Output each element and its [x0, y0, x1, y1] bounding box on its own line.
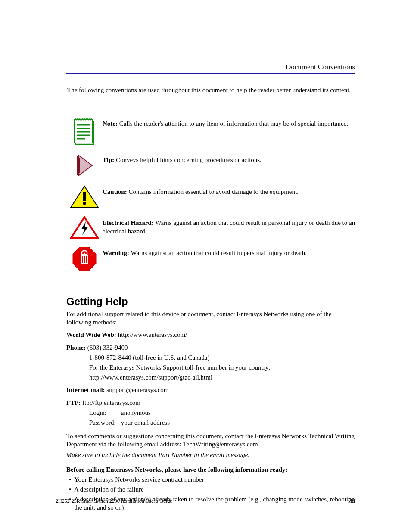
warning-label: Warning: — [103, 249, 131, 256]
phone-label: Phone: — [66, 344, 86, 351]
login-value: anonymous — [121, 409, 151, 416]
note-text: Note: Calls the reader's attention to an… — [103, 117, 356, 128]
hazard-label: Electrical Hazard: — [103, 219, 155, 226]
ftp-value: ftp://ftp.enterasys.com — [82, 399, 140, 406]
note-desc: Calls the reader's attention to any item… — [119, 120, 348, 127]
before-calling-intro: Before calling Enterasys Networks, pleas… — [66, 466, 288, 473]
hazard-icon — [66, 216, 103, 239]
rma-note: Make sure to include the document Part N… — [66, 451, 355, 459]
phone-note-url: http://www.enterasys.com/support/gtac-al… — [89, 373, 355, 382]
caution-icon — [66, 185, 103, 208]
tip-icon — [66, 153, 103, 177]
support-intro: For additional support related to this d… — [66, 310, 355, 327]
svg-point-11 — [83, 202, 86, 205]
conventions-list: Note: Calls the reader's attention to an… — [66, 117, 356, 279]
tip-label: Tip: — [103, 156, 116, 163]
intro-paragraph: The following conventions are used throu… — [67, 86, 355, 94]
warning-desc: Warns against an action that could resul… — [131, 249, 307, 256]
tip-text: Tip: Conveys helpful hints concerning pr… — [103, 153, 356, 165]
warning-icon — [66, 246, 103, 271]
ip-value: support@enterasys.com — [106, 386, 168, 393]
login-label: Login: — [89, 409, 119, 417]
bc-item-0: Your Enterasys Networks service contract… — [74, 476, 204, 483]
note-icon — [66, 117, 103, 146]
header-divider — [66, 73, 355, 74]
footer-page-number: xiii — [348, 498, 355, 504]
www-value: http://www.enterasys.com/ — [118, 331, 187, 338]
page: Document Conventions The following conve… — [0, 0, 411, 532]
header-running-title: Document Conventions — [286, 63, 355, 72]
svg-marker-7 — [78, 155, 92, 176]
convention-row-note: Note: Calls the reader's attention to an… — [66, 117, 356, 146]
phone-value1: (603) 332-9400 — [87, 344, 128, 351]
getting-help-body: For additional support related to this d… — [66, 310, 355, 514]
note-label: Note: — [103, 120, 119, 127]
caution-label: Caution: — [103, 188, 128, 195]
pwd-value: your email address — [121, 419, 170, 426]
caution-text: Caution: Contains information essential … — [103, 185, 356, 196]
convention-row-hazard: Electrical Hazard: Warns against an acti… — [66, 216, 356, 239]
warning-text: Warning: Warns against an action that co… — [103, 246, 356, 258]
svg-rect-10 — [83, 192, 86, 201]
www-label: World Wide Web: — [66, 331, 116, 338]
rma-line: To send comments or suggestions concerni… — [66, 432, 355, 448]
convention-row-caution: Caution: Contains information essential … — [66, 185, 356, 208]
tip-desc: Conveys helpful hints concerning procedu… — [116, 156, 262, 163]
ip-label: Internet mail: — [66, 386, 105, 393]
pwd-label: Password: — [89, 419, 119, 427]
ftp-label: FTP: — [66, 399, 81, 406]
svg-marker-8 — [77, 155, 80, 176]
footer-left: 2H252-25R SmartSwitch 2200 Installation … — [56, 498, 172, 504]
getting-help-heading: Getting Help — [66, 296, 128, 308]
phone-value2: 1-800-872-8440 (toll-free in U.S. and Ca… — [89, 354, 355, 362]
phone-note: For the Enterasys Networks Support toll-… — [89, 364, 355, 372]
bc-item-1: A description of the failure — [74, 486, 144, 493]
hazard-text: Electrical Hazard: Warns against an acti… — [103, 216, 356, 236]
caution-desc: Contains information essential to avoid … — [128, 188, 299, 195]
convention-row-tip: Tip: Conveys helpful hints concerning pr… — [66, 153, 356, 177]
convention-row-warning: Warning: Warns against an action that co… — [66, 246, 356, 271]
